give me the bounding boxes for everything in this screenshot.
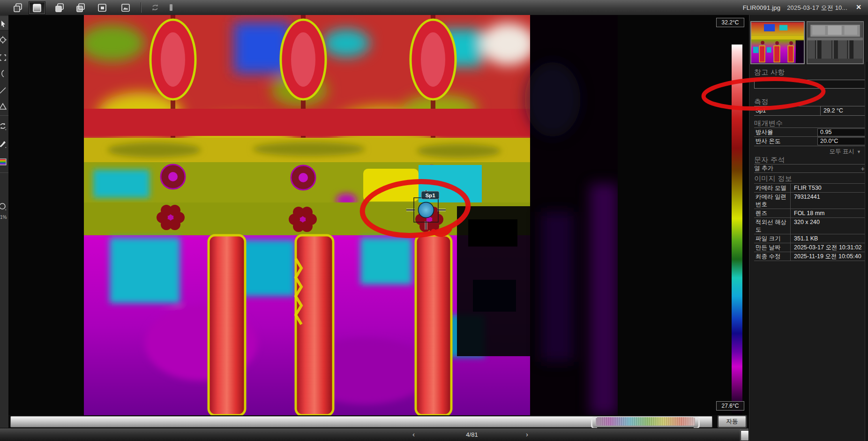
rotate-image-icon[interactable] — [149, 2, 161, 13]
top-toolbar: FLIR0091.jpg2025-03-17 오전 10... ✕ — [0, 0, 868, 15]
reflected-temp-value[interactable]: 20.0°C — [817, 137, 867, 145]
show-all-label: 모두 표시 — [830, 148, 854, 155]
ellipse-tool-icon[interactable] — [0, 67, 9, 80]
info-value: 2025-11-19 오전 10:05:40 — [791, 252, 867, 261]
scale-min-label: 27.6°C — [716, 401, 744, 411]
info-label: 카메라 일련 번호 — [754, 193, 791, 209]
close-icon[interactable]: ✕ — [856, 3, 861, 11]
polygon-tool-icon[interactable] — [0, 100, 9, 112]
range-handle-right[interactable] — [694, 417, 700, 429]
color-brush-icon[interactable] — [0, 138, 9, 150]
palette-icon[interactable] — [0, 156, 9, 168]
zoom-tool-icon[interactable] — [0, 201, 9, 213]
view-thermal-blending-icon[interactable] — [96, 2, 108, 13]
info-label: 렌즈 — [754, 209, 791, 217]
area-box-icon[interactable] — [0, 52, 9, 64]
info-value: FOL 18 mm — [791, 209, 867, 217]
info-label: 적외선 해상도 — [754, 218, 791, 234]
reflected-temp-row: 반사 온도 20.0°C — [754, 136, 867, 146]
info-label: 최종 수정 — [754, 252, 791, 261]
spot-meter-icon[interactable] — [0, 34, 9, 46]
plus-icon: + — [861, 165, 865, 172]
temperature-range-slider[interactable] — [10, 416, 712, 427]
temperature-range-row: 자동 — [8, 415, 748, 428]
info-row-file-size: 파일 크기 351.1 KB — [754, 234, 867, 243]
info-value: 2025-03-17 오전 10:31:02 — [791, 243, 867, 252]
info-label: 카메라 모델 — [754, 184, 791, 192]
notes-input[interactable] — [754, 80, 866, 89]
temperature-scale-bar[interactable] — [732, 45, 742, 415]
emissivity-row: 방사율 0.95 — [754, 127, 867, 137]
info-row-ir-resolution: 적외선 해상도 320 x 240 — [754, 217, 867, 234]
image-info-table: 카메라 모델 FLIR T530 카메라 일련 번호 79312441 렌즈 F… — [754, 183, 867, 261]
auto-scale-button[interactable]: 자동 — [718, 416, 746, 427]
range-handle-left[interactable] — [591, 417, 597, 429]
toolbar-separator — [141, 2, 141, 13]
info-row-lens: 렌즈 FOL 18 mm — [754, 209, 867, 217]
title-date: 2025-03-17 오전 10... — [787, 4, 847, 11]
select-cursor-icon[interactable] — [0, 18, 9, 30]
flir-image-editor-window: FLIR0091.jpg2025-03-17 오전 10... ✕ — [0, 0, 868, 441]
measurement-header: 측정 — [754, 97, 769, 106]
measurement-table: Sp1 29.2 °C — [754, 106, 867, 116]
chevron-down-icon: ▼ — [857, 149, 861, 154]
view-digital-camera-icon[interactable] — [120, 2, 132, 13]
scale-max-label: 32.2°C — [716, 18, 744, 27]
spot-label: Sp1 — [425, 193, 435, 198]
visual-thumbnail[interactable] — [807, 21, 864, 64]
title-filename: FLIR0091.jpg — [743, 4, 780, 11]
info-value: 79312441 — [791, 193, 867, 209]
info-row-last-modified: 최종 수정 2025-11-19 오전 10:05:40 — [754, 252, 867, 261]
info-value: FLIR T530 — [791, 184, 867, 192]
rotate-tool-icon[interactable] — [0, 120, 9, 132]
toolbar-handle-icon — [165, 2, 177, 13]
prev-image-icon[interactable]: ‹ — [412, 430, 415, 438]
info-value: 351.1 KB — [791, 234, 867, 243]
add-row-button[interactable]: 열 추가 + — [754, 164, 867, 173]
info-row-serial-number: 카메라 일련 번호 79312441 — [754, 192, 867, 209]
view-picture-in-picture-icon[interactable] — [75, 2, 87, 13]
next-image-icon[interactable]: › — [526, 430, 528, 438]
dialog-footer: ‹ 4/81 › 저장 저장 및 닫기 취소 — [0, 428, 868, 441]
add-row-label: 열 추가 — [754, 164, 773, 172]
emissivity-label: 방사율 — [754, 128, 817, 136]
panel-scrollbar[interactable] — [865, 62, 868, 441]
thermal-image[interactable]: Sp1 — [84, 15, 618, 415]
image-canvas: Sp1 32.2°C 27.6°C — [8, 15, 748, 415]
view-thermal-only-icon[interactable] — [29, 1, 45, 15]
info-row-created-date: 만든 날짜 2025-03-17 오전 10:31:02 — [754, 243, 867, 252]
properties-panel: 참고 사항 측정 Sp1 29.2 °C 매개변수 방사율 0.95 반사 온도… — [748, 15, 868, 441]
thermal-thumbnail[interactable] — [750, 21, 805, 64]
view-fusion-icon[interactable] — [53, 2, 66, 13]
view-overlay-icon[interactable] — [12, 2, 24, 13]
text-annotations-header: 문자 주석 — [754, 156, 785, 164]
line-tool-icon[interactable] — [0, 84, 9, 97]
window-title: FLIR0091.jpg2025-03-17 오전 10... — [743, 4, 847, 12]
reflected-temp-label: 반사 온도 — [754, 137, 817, 145]
notes-header: 참고 사항 — [754, 68, 785, 77]
measurement-value: 29.2 °C — [821, 106, 867, 115]
histogram-range-section[interactable] — [596, 417, 695, 426]
measurement-row[interactable]: Sp1 29.2 °C — [754, 106, 867, 115]
show-all-dropdown[interactable]: 모두 표시▼ — [830, 148, 861, 156]
parameters-header: 매개변수 — [754, 119, 783, 128]
measurement-label: Sp1 — [754, 106, 821, 115]
sidebar-divider — [0, 172, 8, 173]
info-row-camera-model: 카메라 모델 FLIR T530 — [754, 183, 867, 192]
info-label: 만든 날짜 — [754, 243, 791, 252]
page-indicator: 4/81 — [457, 431, 486, 438]
image-info-header: 이미지 정보 — [754, 174, 792, 183]
sidebar-divider — [0, 115, 8, 116]
info-value: 320 x 240 — [791, 218, 867, 234]
tool-sidebar: 1% — [0, 15, 9, 428]
emissivity-value[interactable]: 0.95 — [817, 128, 867, 136]
zoom-level-label: 1% — [0, 215, 7, 220]
info-label: 파일 크기 — [754, 234, 791, 243]
